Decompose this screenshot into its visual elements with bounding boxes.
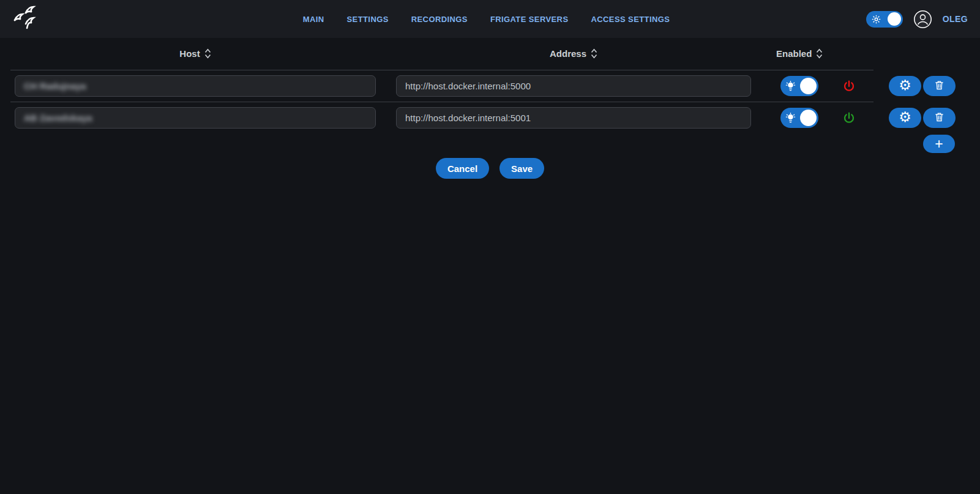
servers-page: Host Address Enabled <box>0 38 980 179</box>
sort-chevrons-icon <box>204 48 211 59</box>
main-nav: MAIN SETTINGS RECORDINGS FRIGATE SERVERS… <box>303 0 670 38</box>
gear-icon: ⚙ <box>899 78 911 92</box>
host-input[interactable] <box>24 81 367 91</box>
nav-link-access-settings[interactable]: ACCESS SETTINGS <box>591 15 670 24</box>
row-actions: ⚙ <box>889 76 956 96</box>
column-header-address-label: Address <box>550 48 586 59</box>
host-input[interactable] <box>24 113 367 123</box>
server-row: ⚙ <box>0 102 980 133</box>
form-buttons: Cancel Save <box>0 158 980 179</box>
host-field-wrap <box>15 75 376 97</box>
top-navbar: MAIN SETTINGS RECORDINGS FRIGATE SERVERS… <box>0 0 980 38</box>
column-header-host-label: Host <box>179 48 200 59</box>
theme-toggle[interactable] <box>866 11 903 28</box>
nav-link-frigate-servers[interactable]: FRIGATE SERVERS <box>490 15 569 24</box>
power-status-icon <box>837 111 861 125</box>
bulb-icon <box>785 112 796 126</box>
enabled-toggle[interactable] <box>780 108 818 128</box>
save-button[interactable]: Save <box>499 158 544 179</box>
toggle-knob <box>800 78 817 94</box>
row-actions: ⚙ <box>889 108 956 128</box>
column-header-enabled-label: Enabled <box>776 48 812 59</box>
add-server-button[interactable]: + <box>923 135 955 153</box>
toggle-knob <box>800 110 817 126</box>
server-settings-button[interactable]: ⚙ <box>889 108 921 128</box>
user-icon <box>913 20 932 31</box>
power-status-icon <box>837 80 861 93</box>
column-header-enabled[interactable]: Enabled <box>776 48 823 59</box>
cancel-button[interactable]: Cancel <box>436 158 489 179</box>
table-header-row: Host Address Enabled <box>0 38 980 70</box>
enabled-toggle[interactable] <box>780 76 818 96</box>
nav-link-main[interactable]: MAIN <box>303 15 324 24</box>
username[interactable]: OLEG <box>943 14 968 24</box>
nav-link-settings[interactable]: SETTINGS <box>347 15 389 24</box>
user-avatar[interactable] <box>913 10 932 29</box>
server-row: ⚙ <box>0 70 980 102</box>
navbar-right-group: OLEG <box>866 10 968 29</box>
sort-chevrons-icon <box>816 48 823 59</box>
add-row: + <box>0 135 980 153</box>
column-header-address[interactable]: Address <box>550 48 597 59</box>
app-logo[interactable] <box>12 6 37 32</box>
server-settings-button[interactable]: ⚙ <box>889 76 921 96</box>
server-delete-button[interactable] <box>923 108 956 128</box>
sun-icon <box>872 15 881 26</box>
address-input[interactable] <box>405 113 742 123</box>
column-header-host[interactable]: Host <box>179 48 211 59</box>
host-field-wrap <box>15 107 376 129</box>
nav-link-recordings[interactable]: RECORDINGS <box>411 15 468 24</box>
frigate-birds-logo-icon <box>12 4 37 34</box>
sort-chevrons-icon <box>591 48 597 59</box>
address-field-wrap <box>396 75 751 97</box>
theme-toggle-knob <box>888 12 901 26</box>
address-field-wrap <box>396 107 751 129</box>
trash-icon <box>934 80 944 93</box>
gear-icon: ⚙ <box>899 110 911 124</box>
address-input[interactable] <box>405 81 742 91</box>
trash-icon <box>934 111 944 125</box>
bulb-icon <box>785 80 796 94</box>
server-delete-button[interactable] <box>923 76 956 96</box>
